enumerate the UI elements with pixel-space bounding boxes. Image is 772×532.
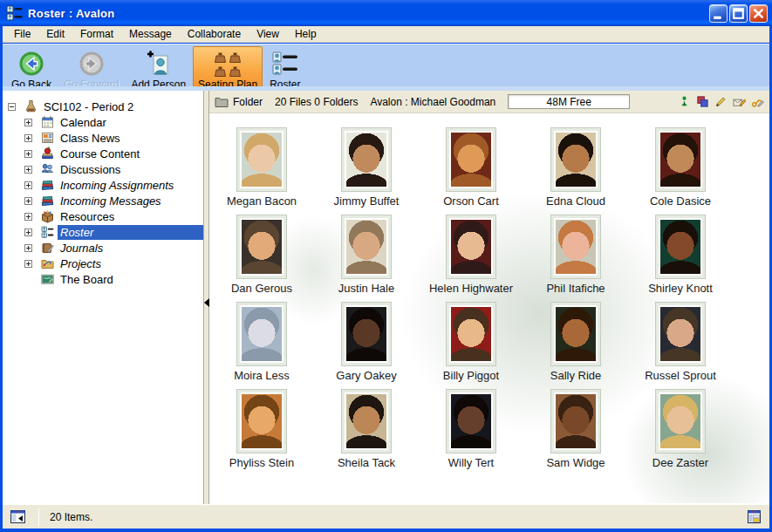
folder-icon xyxy=(215,96,229,108)
student-card[interactable]: Edna Cloud xyxy=(523,127,628,215)
minimize-button[interactable] xyxy=(709,4,728,23)
expand-expander[interactable] xyxy=(24,134,32,142)
app-window: Roster : Avalon File Edit Format Message… xyxy=(0,0,772,532)
student-photo xyxy=(660,307,700,361)
student-photo xyxy=(451,394,491,448)
layers-icon[interactable] xyxy=(696,95,709,108)
go-forward-button[interactable]: Go Forward xyxy=(58,46,124,93)
sidebar-tree: SCI102 - Period 2 Calendar xyxy=(3,91,203,504)
sidebar-splitter[interactable] xyxy=(203,91,209,504)
student-photo xyxy=(346,133,386,187)
student-card[interactable]: Cole Dasice xyxy=(628,127,733,215)
collapse-expander[interactable] xyxy=(8,103,16,111)
maximize-button[interactable] xyxy=(729,4,748,23)
student-card[interactable]: Phyliss Stein xyxy=(209,389,314,476)
free-space-text: 48M Free xyxy=(547,96,591,108)
tree-root-course[interactable]: SCI102 - Period 2 xyxy=(3,99,203,114)
window-title: Roster : Avalon xyxy=(28,7,707,20)
menu-file[interactable]: File xyxy=(6,26,38,42)
title-bar[interactable]: Roster : Avalon xyxy=(0,0,772,26)
photo-frame xyxy=(550,215,601,279)
compose-icon[interactable] xyxy=(733,95,746,108)
menu-message[interactable]: Message xyxy=(121,26,180,42)
photo-frame xyxy=(655,302,706,366)
expand-expander[interactable] xyxy=(24,197,32,205)
expand-expander[interactable] xyxy=(24,119,32,126)
student-name: Cole Dasice xyxy=(650,194,711,208)
student-card[interactable]: Moira Less xyxy=(209,302,314,389)
student-card[interactable]: Orson Cart xyxy=(419,127,523,215)
expand-expander[interactable] xyxy=(24,228,32,236)
student-name: Sam Widge xyxy=(546,456,605,469)
photo-frame xyxy=(236,389,287,454)
tree-item-incoming-messages[interactable]: Incoming Messages xyxy=(3,193,203,208)
expand-expander[interactable] xyxy=(24,150,32,158)
roster-list-icon xyxy=(40,225,55,239)
tree-item-course-content[interactable]: Course Content xyxy=(3,146,203,161)
student-card[interactable]: Billy Piggot xyxy=(419,302,523,389)
menu-edit[interactable]: Edit xyxy=(38,26,72,42)
menu-collaborate[interactable]: Collaborate xyxy=(180,26,249,42)
student-card[interactable]: Helen Highwater xyxy=(419,215,523,302)
menu-view[interactable]: View xyxy=(249,26,287,42)
menu-format[interactable]: Format xyxy=(72,26,121,42)
tree-item-discussions[interactable]: Discussions xyxy=(3,161,203,177)
close-icon xyxy=(750,5,767,22)
toggle-sidebar-icon[interactable] xyxy=(10,508,26,525)
photo-frame xyxy=(236,215,287,279)
tree-item-incoming-assignments[interactable]: Incoming Assignments xyxy=(3,177,203,193)
tree-item-label: Incoming Messages xyxy=(58,194,164,208)
discussions-icon xyxy=(40,162,55,176)
tree-item-projects[interactable]: Projects xyxy=(3,256,203,271)
photo-frame xyxy=(655,127,706,192)
go-back-button[interactable]: Go Back xyxy=(6,46,57,93)
add-person-button[interactable]: Add Person xyxy=(126,46,191,93)
tree-item-label: Class News xyxy=(58,131,123,146)
person-icon[interactable] xyxy=(678,95,691,108)
expand-expander[interactable] xyxy=(24,244,32,252)
student-card[interactable]: Justin Hale xyxy=(314,215,419,302)
expand-expander[interactable] xyxy=(24,260,32,268)
seating-plan-label: Seating Plan xyxy=(198,78,257,91)
roster-button[interactable]: Roster xyxy=(264,46,305,93)
student-name: Moira Less xyxy=(234,369,290,382)
tree-item-label: The Board xyxy=(58,272,116,287)
expand-expander[interactable] xyxy=(24,213,32,221)
pencil-icon[interactable] xyxy=(714,95,728,108)
student-card[interactable]: Sally Ride xyxy=(523,302,628,389)
student-card[interactable]: Megan Bacon xyxy=(209,127,314,215)
expand-expander[interactable] xyxy=(24,166,32,174)
photo-frame xyxy=(341,127,392,192)
student-card[interactable]: Sheila Tack xyxy=(314,389,419,476)
close-button[interactable] xyxy=(749,4,768,23)
student-card[interactable]: Sam Widge xyxy=(523,389,628,476)
student-card[interactable]: Phil Itafiche xyxy=(523,215,628,302)
tree-item-calendar[interactable]: Calendar xyxy=(3,114,203,130)
seating-plan-button[interactable]: Seating Plan xyxy=(193,46,263,93)
menu-help[interactable]: Help xyxy=(287,26,325,42)
photo-frame xyxy=(341,302,392,366)
tree-item-journals[interactable]: Journals xyxy=(3,240,203,256)
tree-item-the-board[interactable]: The Board xyxy=(3,271,203,287)
student-card[interactable]: Russel Sprout xyxy=(628,302,733,389)
layout-view-icon[interactable] xyxy=(746,508,762,525)
student-card[interactable]: Dan Gerous xyxy=(209,215,314,302)
expand-expander[interactable] xyxy=(24,181,32,189)
tree-root-label: SCI102 - Period 2 xyxy=(41,99,136,114)
student-card[interactable]: Jimmy Buffet xyxy=(314,127,419,215)
student-card[interactable]: Dee Zaster xyxy=(628,389,733,476)
tree-item-class-news[interactable]: Class News xyxy=(3,130,203,146)
tree-item-resources[interactable]: Resources xyxy=(3,208,203,224)
resources-icon xyxy=(40,209,55,223)
student-card[interactable]: Willy Tert xyxy=(419,389,523,476)
student-name: Edna Cloud xyxy=(546,194,605,208)
student-photo xyxy=(556,307,596,361)
roster-icon xyxy=(271,50,299,78)
photo-frame xyxy=(446,127,496,192)
student-card[interactable]: Shirley Knott xyxy=(628,215,733,302)
sign-key-icon[interactable] xyxy=(751,95,764,108)
tree-item-roster[interactable]: Roster xyxy=(3,224,203,240)
roster-label: Roster xyxy=(270,78,300,91)
student-photo xyxy=(556,394,596,448)
student-card[interactable]: Gary Oakey xyxy=(314,302,419,389)
